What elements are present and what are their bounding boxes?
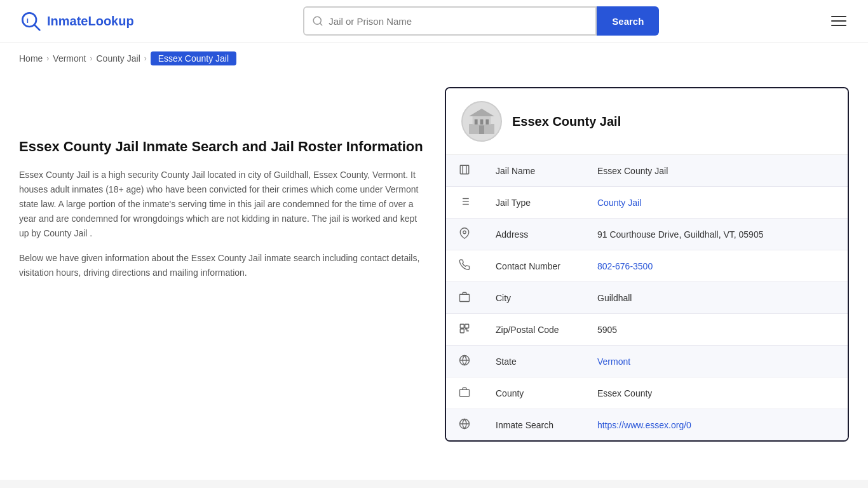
- address-icon: [446, 219, 483, 250]
- left-column: Essex County Jail Inmate Search and Jail…: [19, 87, 426, 442]
- search-input[interactable]: [329, 16, 588, 27]
- table-row: CountyEssex County: [446, 377, 848, 409]
- table-cell-value[interactable]: Vermont: [585, 346, 848, 377]
- search-icon: [312, 15, 323, 27]
- table-cell-label: Jail Type: [483, 187, 585, 219]
- footer-bar: [0, 480, 868, 488]
- info-table: Jail NameEssex County JailJail TypeCount…: [446, 155, 848, 440]
- table-cell-value[interactable]: County Jail: [585, 187, 848, 219]
- zip-icon: [446, 314, 483, 346]
- svg-rect-25: [465, 324, 469, 328]
- web-icon: [446, 409, 483, 441]
- svg-marker-7: [469, 109, 494, 116]
- hamburger-line-3: [831, 25, 846, 26]
- table-cell-value: Essex County: [585, 377, 848, 409]
- header: i InmateLookup Search: [0, 0, 868, 43]
- table-cell-label: Jail Name: [483, 155, 585, 187]
- svg-rect-12: [460, 165, 469, 174]
- breadcrumb-home[interactable]: Home: [19, 53, 43, 64]
- table-row: Jail NameEssex County Jail: [446, 155, 848, 187]
- type-icon: [446, 187, 483, 219]
- search-button[interactable]: Search: [597, 6, 659, 36]
- table-cell-label: Contact Number: [483, 250, 585, 282]
- svg-rect-10: [485, 119, 489, 125]
- table-row: StateVermont: [446, 346, 848, 377]
- search-wrapper: [303, 6, 597, 36]
- table-cell-label: Address: [483, 219, 585, 250]
- hamburger-line-1: [831, 16, 846, 17]
- svg-rect-29: [460, 390, 470, 396]
- main-content: Essex County Jail Inmate Search and Jail…: [0, 74, 868, 467]
- logo-link[interactable]: i InmateLookup: [19, 10, 134, 32]
- table-cell-value: Guildhall: [585, 282, 848, 314]
- card-header: Essex County Jail: [446, 88, 848, 155]
- state-icon: [446, 346, 483, 377]
- table-row: Zip/Postal Code5905: [446, 314, 848, 346]
- table-cell-value: 91 Courthouse Drive, Guildhall, VT, 0590…: [585, 219, 848, 250]
- right-column: Essex County Jail Jail NameEssex County …: [445, 87, 849, 442]
- svg-rect-26: [460, 329, 464, 333]
- chevron-icon-3: ›: [144, 54, 147, 63]
- table-row: Jail TypeCounty Jail: [446, 187, 848, 219]
- phone-icon: [446, 250, 483, 282]
- table-cell-label: State: [483, 346, 585, 377]
- svg-rect-8: [475, 119, 478, 125]
- table-cell-link[interactable]: County Jail: [597, 198, 641, 208]
- table-cell-link[interactable]: 802-676-3500: [597, 261, 653, 271]
- county-icon: [446, 377, 483, 409]
- table-cell-link[interactable]: https://www.essex.org/0: [597, 420, 691, 430]
- table-cell-value: Essex County Jail: [585, 155, 848, 187]
- table-cell-value: 5905: [585, 314, 848, 346]
- card-title: Essex County Jail: [512, 114, 621, 129]
- jail-icon: [446, 155, 483, 187]
- search-area: Search: [303, 6, 659, 36]
- svg-rect-24: [460, 324, 464, 328]
- svg-rect-11: [479, 125, 484, 134]
- hamburger-line-2: [831, 20, 846, 22]
- svg-point-21: [463, 231, 466, 234]
- table-cell-label: Zip/Postal Code: [483, 314, 585, 346]
- breadcrumb-state[interactable]: Vermont: [53, 53, 86, 64]
- table-row: Address91 Courthouse Drive, Guildhall, V…: [446, 219, 848, 250]
- page-heading: Essex County Jail Inmate Search and Jail…: [19, 138, 426, 156]
- chevron-icon-1: ›: [46, 54, 49, 63]
- svg-rect-22: [460, 294, 470, 301]
- table-row: CityGuildhall: [446, 282, 848, 314]
- description-paragraph-2: Below we have given information about th…: [19, 251, 426, 280]
- table-row: Contact Number802-676-3500: [446, 250, 848, 282]
- logo-text: InmateLookup: [47, 14, 134, 29]
- breadcrumb-current: Essex County Jail: [151, 51, 236, 65]
- breadcrumb-type[interactable]: County Jail: [97, 53, 140, 64]
- table-row: Inmate Searchhttps://www.essex.org/0: [446, 409, 848, 441]
- info-card: Essex County Jail Jail NameEssex County …: [445, 87, 849, 442]
- table-cell-label: City: [483, 282, 585, 314]
- svg-line-1: [34, 25, 39, 30]
- svg-text:i: i: [27, 16, 29, 24]
- table-cell-value[interactable]: 802-676-3500: [585, 250, 848, 282]
- facility-building-icon: [466, 106, 497, 137]
- chevron-icon-2: ›: [90, 54, 93, 63]
- table-cell-label: Inmate Search: [483, 409, 585, 441]
- menu-button[interactable]: [829, 13, 849, 29]
- svg-line-4: [320, 23, 322, 25]
- svg-rect-9: [480, 119, 484, 125]
- breadcrumb: Home › Vermont › County Jail › Essex Cou…: [0, 43, 868, 74]
- table-cell-label: County: [483, 377, 585, 409]
- table-cell-value[interactable]: https://www.essex.org/0: [585, 409, 848, 441]
- logo-icon: i: [19, 10, 42, 32]
- city-icon: [446, 282, 483, 314]
- description-paragraph-1: Essex County Jail is a high security Cou…: [19, 168, 426, 241]
- facility-avatar: [461, 101, 502, 142]
- table-cell-link[interactable]: Vermont: [597, 356, 630, 367]
